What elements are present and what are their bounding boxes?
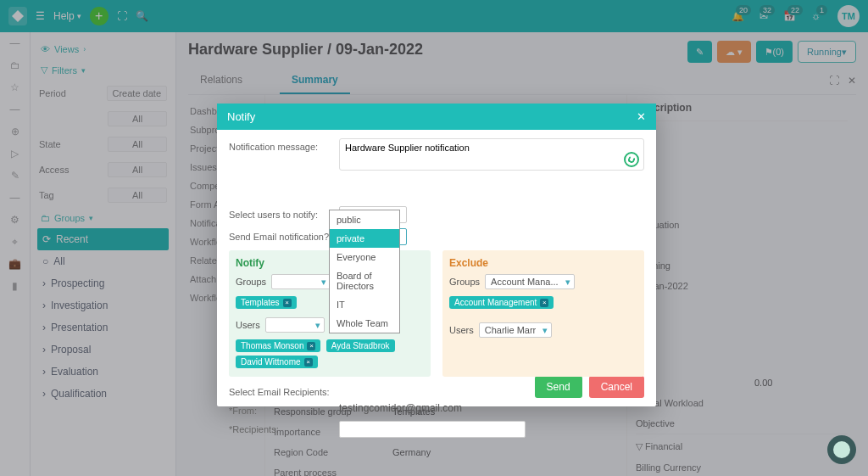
exclude-group-chip[interactable]: Account Management× (449, 296, 554, 309)
chat-face-icon (833, 441, 850, 458)
opt-private[interactable]: private (330, 229, 399, 248)
notify-user-chip-2[interactable]: David Wittnome× (236, 356, 318, 368)
email-q-label: Send Email notification? (229, 228, 339, 242)
notify-groups-label: Groups (236, 277, 266, 287)
modal-close-icon[interactable]: ✕ (637, 110, 646, 123)
exclude-groups-dd[interactable]: Account Mana... (485, 274, 575, 289)
notify-groups-dd[interactable] (271, 274, 331, 289)
exclude-users-label: Users (449, 325, 474, 335)
grammarly-icon[interactable] (624, 152, 639, 167)
from-label: *From: (229, 402, 339, 416)
exclude-users-dd[interactable]: Charlie Marr (479, 322, 553, 338)
rcpt-input[interactable] (339, 421, 526, 438)
opt-it[interactable]: IT (330, 295, 399, 314)
notify-user-chip-0[interactable]: Thomas Monson× (236, 339, 320, 352)
exclude-panel: Exclude Groups Account Mana... Account M… (442, 250, 644, 377)
notify-modal: Notify ✕ Notification message: Select us… (217, 104, 656, 406)
modal-header: Notify ✕ (217, 104, 656, 130)
rcpt-label: *Recipients: (229, 421, 339, 434)
exclude-groups-label: Groups (449, 277, 480, 287)
opt-public[interactable]: public (330, 210, 399, 229)
notify-group-chip[interactable]: Templates× (236, 296, 297, 309)
opt-whole[interactable]: Whole Team (330, 314, 399, 333)
chat-fab[interactable] (827, 435, 856, 464)
msg-textarea[interactable] (339, 138, 644, 171)
opt-board[interactable]: Board of Directors (330, 266, 399, 295)
notify-users-dd[interactable] (265, 317, 325, 333)
users-dropdown-popup: public private Everyone Board of Directo… (329, 210, 400, 333)
exclude-heading: Exclude (449, 257, 637, 269)
notify-users-label: Users (236, 320, 260, 330)
modal-title: Notify (227, 110, 255, 123)
notify-user-chip-1[interactable]: Ayda Stradbrok (326, 339, 395, 352)
from-dropdown[interactable]: testingcomidor@gmail.com (339, 402, 458, 414)
msg-label: Notification message: (229, 138, 339, 152)
recipients-label: Select Email Recipients: (229, 384, 339, 397)
opt-everyone[interactable]: Everyone (330, 248, 399, 266)
select-users-label: Select users to notify: (229, 206, 339, 220)
